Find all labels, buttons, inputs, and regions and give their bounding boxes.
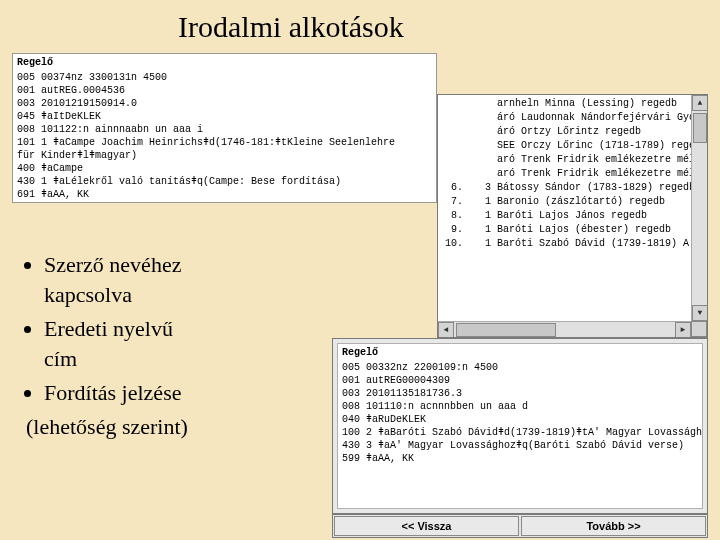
bullet-item: Szerző nevéhezkapcsolva [44,250,330,310]
scroll-left-icon[interactable]: ◄ [438,322,454,338]
record-line: 599 ǂaAA, KK [342,452,698,465]
record-line: 008 101110:n acnnnbben un aaa d [342,400,698,413]
record-line: 040 ǂaRuDeKLEK [342,413,698,426]
back-button[interactable]: << Vissza [334,516,519,536]
record-header: Regelő [342,346,698,359]
button-bar: << Vissza Tovább >> [332,514,708,538]
results-list-panel: arnheln Minna (Lessing) regedb áró Laudo… [437,94,708,338]
record-line: 430 3 ǂaA' Magyar Lovassághozǂq(Baróti S… [342,439,698,452]
record-panel-bottom: Regelő 005 00332nz 2200109:n 4500 001 au… [337,343,703,509]
page-title: Irodalmi alkotások [178,10,404,44]
list-item[interactable]: aró Trenk Fridrik emlékezetre méltó Élet… [441,153,688,167]
scroll-thumb[interactable] [456,323,556,337]
record-line: 003 20101135181736.3 [342,387,698,400]
record-header: Regelő [17,56,432,69]
results-list[interactable]: arnheln Minna (Lessing) regedb áró Laudo… [438,95,691,321]
record-line: für Kinderǂlǂmagyar) [17,149,432,162]
record-panel-bottom-wrap: Regelő 005 00332nz 2200109:n 4500 001 au… [332,338,708,514]
next-button[interactable]: Tovább >> [521,516,706,536]
scroll-up-icon[interactable]: ▲ [692,95,708,111]
bullet-list: Szerző nevéhezkapcsolva Eredeti nyelvűcí… [30,250,330,446]
scroll-thumb[interactable] [693,113,707,143]
scroll-down-icon[interactable]: ▼ [692,305,708,321]
record-line: 005 00374nz 3300131n 4500 [17,71,432,84]
scroll-right-icon[interactable]: ► [675,322,691,338]
record-line: 430 1 ǂaLélekről való tanításǂq(Campe: B… [17,175,432,188]
record-line: 400 ǂaCampe [17,162,432,175]
list-item[interactable]: 6.3 Bátossy Sándor (1783-1829) regedb [441,181,688,195]
record-line: 101 1 ǂaCampe Joachim Heinrichsǂd(1746-1… [17,136,432,149]
list-item[interactable]: 9.1 Baróti Lajos (ébester) regedb [441,223,688,237]
list-item[interactable]: arnheln Minna (Lessing) regedb [441,97,688,111]
bullet-item: Fordítás jelzése [44,378,330,408]
scrollbar-horizontal[interactable]: ◄ ► [438,321,691,337]
record-line: 045 ǂaItDeKLEK [17,110,432,123]
scroll-corner [691,321,707,337]
list-item[interactable]: áró Laudonnak Nándorfejérvári Győzedelme… [441,111,688,125]
record-line: 100 2 ǂaBaróti Szabó Dávidǂd(1739-1819)ǂ… [342,426,698,439]
list-item[interactable]: 10.1 Baróti Szabó Dávid (1739-1819) A' M… [441,237,688,251]
list-item[interactable]: 8.1 Baróti Lajos János regedb [441,209,688,223]
record-panel-top: Regelő 005 00374nz 3300131n 4500 001 aut… [12,53,437,203]
bullet-item: Eredeti nyelvűcím [44,314,330,374]
record-line: 001 autREG00004309 [342,374,698,387]
record-line: 008 101122:n ainnnaabn un aaa i [17,123,432,136]
list-item[interactable]: 7.1 Baronio (zászlótartó) regedb [441,195,688,209]
record-line: 691 ǂaAA, KK [17,188,432,201]
list-item[interactable]: aró Trenk Fridrik emlékezetre méltó élet… [441,167,688,181]
record-line: 003 20101219150914.0 [17,97,432,110]
scrollbar-vertical[interactable]: ▲ ▼ [691,95,707,321]
list-item[interactable]: áró Ortzy Lőrintz regedb [441,125,688,139]
list-item[interactable]: SEE Orczy Lőrinc (1718-1789) regedb [441,139,688,153]
record-line: 001 autREG.0004536 [17,84,432,97]
record-line: 005 00332nz 2200109:n 4500 [342,361,698,374]
bullet-note: (lehetőség szerint) [26,412,330,442]
